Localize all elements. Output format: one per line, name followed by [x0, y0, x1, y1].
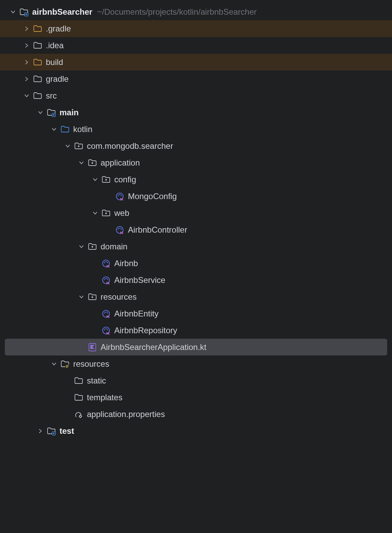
- properties-icon: [74, 410, 83, 419]
- tree-item-label: src: [46, 91, 57, 101]
- package-icon: [74, 141, 83, 151]
- tree-row[interactable]: src: [0, 87, 392, 104]
- tree-item-label: AirbnbService: [114, 275, 165, 285]
- tree-row[interactable]: web: [0, 205, 392, 221]
- tree-item-label: application.properties: [87, 410, 165, 419]
- module-folder-icon: [47, 108, 56, 117]
- package-icon: [88, 292, 97, 302]
- tree-row[interactable]: resources: [0, 288, 392, 305]
- module-folder-icon: [47, 426, 56, 436]
- tree-item-label: gradle: [46, 74, 69, 84]
- tree-item-label: build: [46, 57, 63, 67]
- chevron-down-icon[interactable]: [51, 361, 57, 367]
- resources-folder-icon: [60, 359, 70, 369]
- tree-item-label: com.mongodb.searcher: [87, 141, 173, 151]
- tree-row[interactable]: resources: [0, 355, 392, 372]
- chevron-right-icon[interactable]: [23, 25, 30, 32]
- kotlin-class-icon: [115, 225, 125, 235]
- tree-row[interactable]: AirbnbController: [0, 221, 392, 238]
- tree-row[interactable]: templates: [0, 389, 392, 406]
- kotlin-class-icon: [115, 192, 125, 201]
- tree-row[interactable]: MongoConfig: [0, 188, 392, 205]
- tree-row[interactable]: gradle: [0, 70, 392, 87]
- project-tree[interactable]: airbnbSearcher~/Documents/projects/kotli…: [0, 3, 392, 439]
- folder-icon: [33, 74, 42, 84]
- tree-item-label: web: [114, 208, 129, 218]
- chevron-down-icon[interactable]: [92, 176, 99, 183]
- folder-orange-icon: [33, 57, 42, 67]
- tree-item-label: .gradle: [46, 24, 71, 34]
- kotlin-class-icon: [101, 309, 111, 318]
- tree-item-label: AirbnbRepository: [114, 326, 177, 335]
- tree-row[interactable]: AirbnbService: [0, 272, 392, 288]
- tree-item-label: config: [114, 175, 136, 184]
- chevron-down-icon[interactable]: [51, 126, 57, 133]
- tree-item-label: static: [87, 376, 106, 386]
- chevron-down-icon[interactable]: [92, 210, 99, 217]
- kotlin-file-icon: [88, 342, 97, 352]
- tree-item-label: test: [60, 426, 74, 436]
- tree-item-label: AirbnbEntity: [114, 309, 158, 318]
- tree-row[interactable]: application.properties: [0, 406, 392, 422]
- tree-item-label: domain: [101, 242, 128, 251]
- tree-row[interactable]: .idea: [0, 37, 392, 54]
- tree-row[interactable]: com.mongodb.searcher: [0, 138, 392, 154]
- package-icon: [88, 158, 97, 168]
- module-folder-icon: [19, 7, 29, 17]
- kotlin-class-icon: [101, 259, 111, 268]
- folder-blue-icon: [60, 125, 70, 134]
- tree-item-label: Airbnb: [114, 259, 138, 268]
- tree-row[interactable]: airbnbSearcher~/Documents/projects/kotli…: [0, 3, 392, 20]
- tree-item-path: ~/Documents/projects/kotlin/airbnbSearch…: [97, 7, 257, 17]
- package-icon: [101, 208, 111, 218]
- tree-row[interactable]: main: [0, 104, 392, 121]
- tree-row[interactable]: Airbnb: [0, 255, 392, 272]
- tree-item-label: application: [101, 158, 140, 168]
- tree-row[interactable]: AirbnbEntity: [0, 305, 392, 322]
- tree-item-label: templates: [87, 393, 122, 402]
- kotlin-class-icon: [101, 326, 111, 335]
- tree-row[interactable]: AirbnbSearcherApplication.kt: [5, 339, 387, 355]
- chevron-right-icon[interactable]: [23, 59, 30, 66]
- tree-row[interactable]: build: [0, 54, 392, 70]
- tree-row[interactable]: .gradle: [0, 20, 392, 37]
- chevron-right-icon[interactable]: [23, 42, 30, 49]
- kotlin-class-icon: [101, 275, 111, 285]
- chevron-down-icon[interactable]: [37, 109, 44, 116]
- folder-icon: [74, 393, 83, 402]
- tree-item-label: resources: [73, 359, 109, 369]
- folder-icon: [74, 376, 83, 386]
- tree-row[interactable]: kotlin: [0, 121, 392, 138]
- tree-row[interactable]: config: [0, 171, 392, 188]
- tree-row[interactable]: test: [0, 422, 392, 439]
- chevron-down-icon[interactable]: [10, 9, 16, 15]
- tree-row[interactable]: AirbnbRepository: [0, 322, 392, 339]
- tree-row[interactable]: domain: [0, 238, 392, 255]
- tree-row[interactable]: static: [0, 372, 392, 389]
- tree-item-label: .idea: [46, 41, 64, 50]
- package-icon: [101, 175, 111, 184]
- tree-item-label: kotlin: [73, 125, 92, 134]
- tree-item-label: resources: [101, 292, 136, 302]
- tree-item-label: MongoConfig: [128, 192, 177, 201]
- tree-item-label: AirbnbSearcherApplication.kt: [101, 342, 207, 352]
- folder-icon: [33, 41, 42, 50]
- tree-item-label: airbnbSearcher: [32, 7, 92, 17]
- chevron-down-icon[interactable]: [78, 294, 85, 300]
- chevron-down-icon[interactable]: [64, 143, 71, 150]
- chevron-down-icon[interactable]: [23, 92, 30, 99]
- chevron-right-icon[interactable]: [23, 76, 30, 82]
- package-icon: [88, 242, 97, 251]
- folder-orange-icon: [33, 24, 42, 34]
- tree-item-label: main: [60, 108, 79, 117]
- tree-row[interactable]: application: [0, 154, 392, 171]
- folder-icon: [33, 91, 42, 101]
- chevron-down-icon[interactable]: [78, 243, 85, 250]
- chevron-right-icon[interactable]: [37, 428, 44, 434]
- chevron-down-icon[interactable]: [78, 159, 85, 166]
- tree-item-label: AirbnbController: [128, 225, 187, 235]
